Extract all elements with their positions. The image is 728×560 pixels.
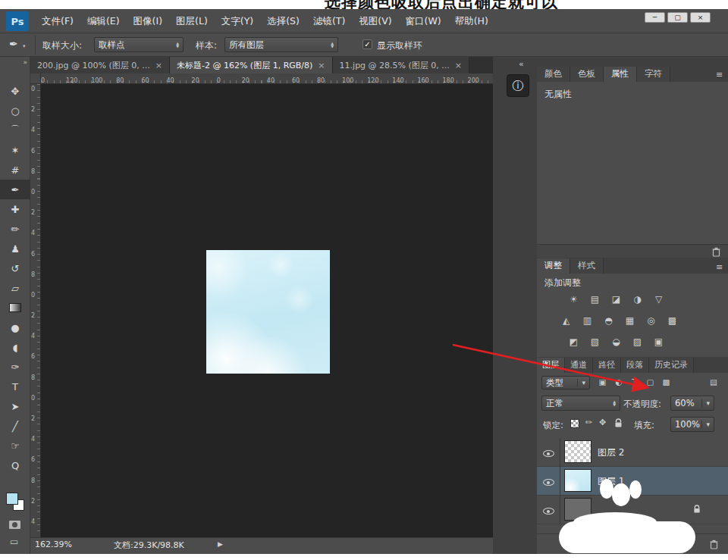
panel-tab-paths[interactable]: 路径 [593, 358, 621, 373]
panel-tab-channels[interactable]: 通道 [565, 358, 593, 373]
status-menu-button[interactable]: ▶ [218, 540, 223, 548]
tool-preset-caret-icon[interactable]: ▾ [23, 43, 26, 49]
move-tool[interactable]: ✥ [0, 81, 30, 101]
brush-tool[interactable]: ✏ [0, 219, 30, 239]
panel-tab-character[interactable]: 字符 [637, 67, 670, 82]
menu-item[interactable]: 编辑(E) [80, 15, 127, 28]
layer-visibility-toggle[interactable] [543, 479, 554, 486]
dodge-tool[interactable]: ◖ [0, 337, 30, 357]
lock-all-icon[interactable] [614, 418, 623, 430]
hand-tool[interactable]: ☞ [0, 436, 30, 455]
horizontal-ruler[interactable]: 0120100806040200204060801001201401601802… [41, 74, 493, 84]
adjustment-icon[interactable]: ◪ [608, 293, 624, 306]
caret-icon[interactable]: ▾ [701, 399, 710, 407]
close-tab-icon[interactable]: × [155, 61, 162, 70]
panel-menu-icon[interactable]: ≡ [716, 262, 723, 272]
menu-item[interactable]: 窗口(W) [399, 15, 448, 28]
sample-select[interactable]: 所有图层 ▲▼ [224, 37, 338, 52]
type-tool[interactable]: T [0, 377, 30, 396]
panel-tab-layers[interactable]: 图层 [537, 358, 565, 373]
adjustment-icon[interactable]: ☀ [566, 293, 582, 306]
delete-layer-icon[interactable] [710, 540, 718, 552]
menu-item[interactable]: 滤镜(T) [306, 15, 352, 28]
eraser-tool[interactable]: ▱ [0, 278, 30, 298]
adjustment-icon[interactable]: ▥ [579, 314, 595, 327]
magic-wand-tool[interactable]: ✶ [0, 140, 30, 160]
adjustment-icon[interactable]: ▤ [587, 293, 603, 306]
filter-icon[interactable]: ▩ [661, 377, 671, 386]
adjustment-icon[interactable]: ▩ [664, 314, 680, 327]
blur-tool[interactable]: ● [0, 318, 30, 337]
lasso-tool[interactable]: ⌒ [0, 120, 30, 140]
document-image[interactable] [206, 250, 330, 374]
lock-position-icon[interactable]: ✥ [599, 418, 606, 427]
panel-tab-swatches[interactable]: 色板 [570, 67, 604, 82]
adjustment-icon[interactable]: ▨ [629, 335, 645, 349]
layer-visibility-toggle[interactable] [543, 450, 554, 457]
panel-tab-paragraph[interactable]: 段落 [621, 358, 649, 373]
crop-tool[interactable]: # [0, 160, 30, 180]
clone-stamp-tool[interactable]: ♟ [0, 239, 30, 258]
spot-healing-brush-tool[interactable]: ✚ [0, 199, 30, 219]
menu-item[interactable]: 帮助(H) [448, 15, 495, 28]
menu-item[interactable]: 选择(S) [260, 15, 306, 28]
layer-thumbnail[interactable] [564, 469, 592, 492]
menu-item[interactable]: 文字(Y) [215, 15, 260, 28]
info-panel-button[interactable]: ⓘ [507, 74, 529, 97]
panel-menu-icon[interactable]: ≡ [716, 70, 723, 80]
filter-icon[interactable]: ▢ [645, 377, 655, 386]
adjustment-icon[interactable]: ▧ [587, 335, 603, 349]
opacity-input[interactable]: 60% ▾ [670, 396, 714, 411]
gradient-tool[interactable] [0, 298, 30, 318]
document-tab[interactable]: 200.jpg @ 100% (图层 0, ... × [30, 57, 170, 74]
menu-item[interactable]: 图层(L) [169, 15, 215, 28]
fill-input[interactable]: 100% ▾ [670, 417, 714, 432]
foreground-color-swatch[interactable] [6, 493, 18, 505]
eyedropper-tool[interactable]: ✒ [0, 180, 30, 199]
adjustment-icon[interactable]: ◭ [558, 314, 574, 327]
expand-panels-icon[interactable]: « [519, 59, 524, 69]
elliptical-marquee-tool[interactable]: ○ [0, 101, 30, 120]
panel-tab-color[interactable]: 颜色 [537, 67, 570, 82]
zoom-level[interactable]: 162.39% [35, 540, 72, 549]
adjustment-icon[interactable]: ◒ [608, 335, 624, 349]
show-ring-checkbox[interactable]: ✓ [362, 39, 372, 49]
layer-thumbnail[interactable] [564, 440, 592, 463]
zoom-tool[interactable]: Q [0, 455, 30, 475]
eyedropper-tool-icon[interactable]: ✒ [9, 38, 18, 50]
document-tab[interactable]: 11.jpg @ 28.5% (图层 0, ... × [333, 57, 469, 74]
lock-pixels-icon[interactable]: ✏ [585, 418, 592, 427]
caret-icon[interactable]: ▾ [701, 421, 710, 428]
minimize-button[interactable]: ─ [645, 12, 665, 23]
toolbar-collapse-icon[interactable]: » [0, 58, 27, 66]
line-tool[interactable]: ╱ [0, 416, 30, 436]
sample-size-select[interactable]: 取样点 ▲▼ [94, 37, 184, 52]
layer-row[interactable]: 图层 2 [537, 438, 728, 467]
panel-tab-styles[interactable]: 样式 [570, 258, 604, 274]
document-tab[interactable]: 未标题-2 @ 162% (图层 1, RGB/8) × [170, 57, 333, 74]
adjustment-icon[interactable]: ◓ [601, 314, 617, 327]
filter-toggle-icon[interactable]: ▤ [710, 377, 717, 386]
menu-item[interactable]: 文件(F) [35, 15, 80, 28]
layer-name[interactable]: 图层 2 [598, 446, 624, 459]
blend-mode-select[interactable]: 正常 ▲▼ [541, 396, 620, 411]
maximize-button[interactable]: ▢ [667, 12, 688, 23]
adjustment-icon[interactable]: ▦ [622, 314, 638, 327]
history-brush-tool[interactable]: ↺ [0, 258, 30, 278]
filter-type-select[interactable]: 类型 ▾ [541, 376, 590, 389]
panel-tab-adjustments[interactable]: 调整 [537, 258, 570, 274]
filter-icon[interactable]: ◐ [613, 377, 623, 386]
quick-mask-icon[interactable] [9, 521, 20, 529]
layer-visibility-toggle[interactable] [543, 508, 554, 515]
adjustment-icon[interactable]: ◎ [643, 314, 659, 327]
close-tab-icon[interactable]: × [455, 61, 462, 70]
pen-tool[interactable]: ✑ [0, 357, 30, 377]
screen-mode-icon[interactable]: ▭ [10, 537, 18, 547]
filter-icon[interactable]: T [629, 377, 639, 386]
menu-item[interactable]: 视图(V) [352, 15, 398, 28]
adjustment-icon[interactable]: ◩ [566, 335, 582, 349]
vertical-ruler[interactable]: 0246802468024680246824 [30, 84, 41, 537]
adjustment-icon[interactable]: ▽ [651, 293, 667, 306]
path-selection-tool[interactable]: ➤ [0, 396, 30, 416]
delete-icon[interactable] [712, 247, 720, 259]
